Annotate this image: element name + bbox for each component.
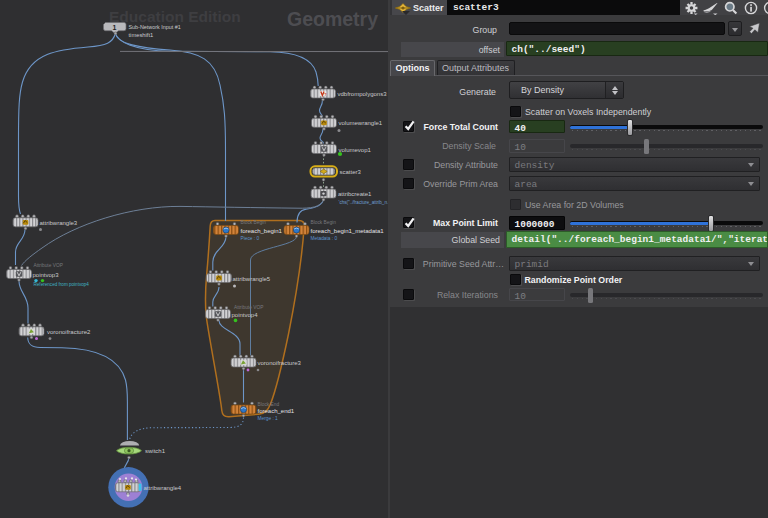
svg-text:scatter3: scatter3 xyxy=(340,169,362,175)
svg-text:attribwrangle3: attribwrangle3 xyxy=(40,220,78,226)
svg-text:Block Begin: Block Begin xyxy=(241,220,267,225)
svg-text:attribwrangle5: attribwrangle5 xyxy=(233,276,271,282)
svg-text:Attribute VOP: Attribute VOP xyxy=(234,305,263,310)
svg-text:foreach_end1: foreach_end1 xyxy=(258,408,295,414)
svg-text:volumewrangle1: volumewrangle1 xyxy=(339,120,383,126)
svg-text:attribwrangle4: attribwrangle4 xyxy=(144,485,182,491)
svg-text:Attribute VOP: Attribute VOP xyxy=(34,263,63,268)
svg-text:Metadata : 0: Metadata : 0 xyxy=(311,236,338,241)
svg-text:1: 1 xyxy=(113,24,117,31)
svg-text:Block Begin: Block Begin xyxy=(311,220,337,225)
svg-text:foreach_begin1: foreach_begin1 xyxy=(241,228,283,234)
svg-text:vdbfrompolygons3: vdbfrompolygons3 xyxy=(338,91,388,97)
svg-text:Merge : 1: Merge : 1 xyxy=(258,416,279,421)
svg-text:foreach_begin1_metadata1: foreach_begin1_metadata1 xyxy=(311,228,385,234)
svg-text:Piece : 0: Piece : 0 xyxy=(241,236,260,241)
svg-text:voronoifracture3: voronoifracture3 xyxy=(258,360,302,366)
svg-text:pointvop4: pointvop4 xyxy=(232,312,259,318)
svg-text:switch1: switch1 xyxy=(145,448,166,454)
svg-text:pointvop3: pointvop3 xyxy=(33,272,60,278)
svg-text:Sub-Network Input #1: Sub-Network Input #1 xyxy=(129,24,181,30)
svg-text:voronoifracture2: voronoifracture2 xyxy=(47,329,91,335)
svg-text:attribcreate1: attribcreate1 xyxy=(338,191,372,197)
svg-text:Block End: Block End xyxy=(258,402,280,407)
svg-text:Referenced from pointvop4: Referenced from pointvop4 xyxy=(34,282,90,287)
svg-text:Geometry: Geometry xyxy=(287,8,378,30)
svg-text:volumevop1: volumevop1 xyxy=(339,147,372,153)
svg-text:Education Edition: Education Edition xyxy=(109,8,241,25)
svg-text:'chs("../fracture_attrib_n…: 'chs("../fracture_attrib_n… xyxy=(339,200,391,205)
svg-text:timeshift1: timeshift1 xyxy=(129,32,154,38)
